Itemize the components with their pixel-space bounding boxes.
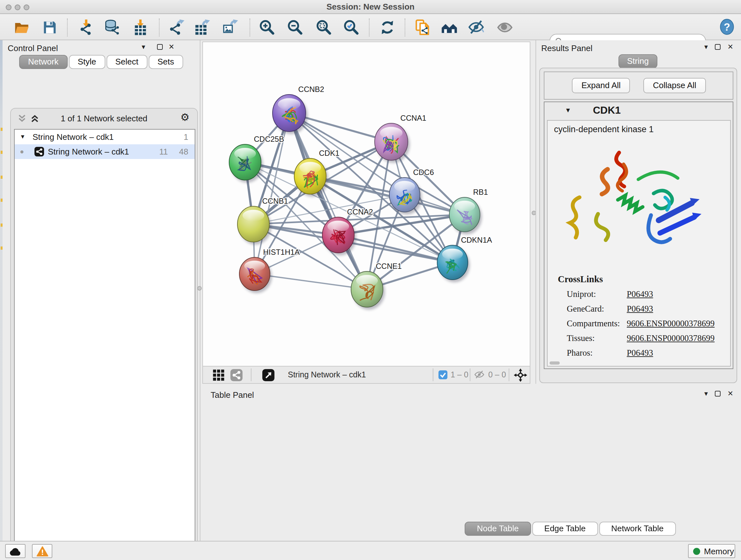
node-label-CDC6: CDC6 — [413, 168, 434, 177]
memory-button[interactable]: Memory — [688, 544, 735, 558]
warnings-button[interactable] — [32, 544, 52, 558]
maximize-panel-icon[interactable] — [157, 44, 163, 50]
crosslink-link[interactable]: 9606.ENSP00000378699 — [627, 333, 715, 344]
tab-node-table[interactable]: Node Table — [465, 522, 531, 536]
open-session-icon[interactable] — [13, 19, 31, 36]
toolbar-separator — [67, 18, 68, 37]
node-label-CCNB1: CCNB1 — [262, 197, 288, 205]
first-neighbors-icon[interactable] — [441, 19, 459, 36]
gear-icon[interactable]: ⚙ — [180, 112, 190, 123]
expand-all-button[interactable]: Expand All — [572, 78, 630, 93]
zoom-fit-icon[interactable] — [315, 19, 333, 36]
network-node-CCNA1[interactable]: CCNA1 — [375, 114, 426, 163]
tab-string[interactable]: String — [618, 54, 658, 68]
copy-network-icon[interactable] — [414, 19, 432, 36]
close-panel-icon[interactable]: ✕ — [728, 389, 733, 398]
status-bar: Memory — [0, 541, 741, 560]
table-tabs: Node TableEdge TableNetwork Table — [200, 522, 741, 536]
maximize-panel-icon[interactable] — [715, 44, 721, 50]
grid-view-icon[interactable] — [212, 369, 225, 381]
node-result-section: ▼ CDK1 cyclin-dependent kinase 1 — [544, 102, 733, 369]
node-label-RB1: RB1 — [473, 188, 488, 196]
network-node-CCNB1[interactable]: CCNB1 — [238, 197, 288, 245]
tab-select[interactable]: Select — [106, 55, 147, 69]
collection-count: 1 — [184, 130, 188, 144]
collection-disclosure-icon[interactable]: ▼ — [20, 130, 25, 144]
toolbar-separator — [433, 368, 433, 381]
tab-style[interactable]: Style — [69, 55, 105, 69]
section-disclosure-icon[interactable]: ▼ — [565, 107, 571, 114]
tab-network-table[interactable]: Network Table — [599, 522, 676, 536]
hidden-counts: 0 – 0 — [488, 370, 506, 379]
import-database-icon[interactable] — [104, 19, 122, 36]
results-panel-title: Results Panel — [541, 44, 592, 53]
crosslink-link[interactable]: P06493 — [627, 289, 653, 300]
birds-eye-view-icon[interactable] — [262, 369, 274, 381]
close-panel-icon[interactable]: ✕ — [169, 43, 174, 51]
tab-network[interactable]: Network — [19, 55, 67, 69]
network-node-CCNB2[interactable]: CCNB2 — [273, 85, 324, 134]
maximize-panel-icon[interactable] — [715, 391, 721, 396]
crosslink-link[interactable]: P06493 — [627, 304, 653, 314]
network-node-CDKN1A[interactable]: CDKN1A — [437, 236, 492, 282]
tab-sets[interactable]: Sets — [148, 55, 183, 69]
refresh-icon[interactable] — [379, 19, 397, 36]
crosslink-row: GeneCard: P06493 — [548, 304, 731, 319]
network-name: String Network – cdk1 — [288, 370, 366, 379]
help-icon[interactable]: ? — [719, 18, 737, 35]
toolbar-separator — [509, 368, 509, 381]
svg-text:?: ? — [724, 21, 730, 33]
network-collection-row[interactable]: ▼ String Network – cdk1 1 — [15, 130, 195, 144]
node-label-CDKN1A: CDKN1A — [461, 236, 492, 244]
network-icon — [35, 147, 44, 157]
network-node-RB1[interactable]: RB1 — [449, 188, 488, 234]
node-result-body: cyclin-dependent kinase 1 CrossLinks — [547, 120, 731, 367]
current-network-dot-icon: ● — [20, 144, 24, 159]
selected-counts: 1 – 0 — [451, 370, 468, 379]
splitter-handle[interactable] — [197, 286, 202, 291]
close-panel-icon[interactable]: ✕ — [728, 43, 733, 51]
collapse-all-button[interactable]: Collapse All — [643, 78, 706, 93]
crosslink-link[interactable]: P06493 — [627, 348, 653, 358]
cloud-button[interactable] — [5, 544, 25, 558]
save-session-icon[interactable] — [42, 19, 59, 36]
network-list-box: 1 of 1 Network selected ⚙ ▼ String Netwo… — [10, 108, 198, 560]
hide-selected-icon[interactable] — [468, 19, 486, 36]
crosslink-label: Compartments: — [567, 319, 620, 329]
float-panel-icon[interactable]: ▾ — [142, 43, 145, 51]
import-table-icon[interactable] — [132, 19, 150, 36]
export-network-icon[interactable] — [169, 19, 186, 36]
selected-checkbox-icon[interactable] — [439, 370, 448, 379]
network-canvas[interactable]: CCNB2 CCNA1 CDC25B CDK1 CDC6 RB1 CCNB1 — [202, 42, 530, 367]
export-image-icon[interactable] — [222, 19, 240, 36]
zoom-out-icon[interactable] — [286, 19, 305, 36]
network-edge-CCNB2-CCNE1 — [289, 113, 367, 289]
zoom-selected-icon[interactable] — [343, 19, 360, 36]
network-view-icon[interactable] — [230, 369, 243, 381]
network-label: String Network – cdk1 — [48, 144, 129, 159]
horizontal-scrollbar[interactable] — [549, 361, 560, 365]
node-count: 11 — [159, 144, 168, 159]
collection-label: String Network – cdk1 — [32, 130, 114, 144]
crosslink-link[interactable]: 9606.ENSP00000378699 — [627, 319, 715, 329]
node-label-CCNA1: CCNA1 — [401, 114, 426, 122]
graphics-details-icon[interactable] — [496, 19, 515, 36]
crosslink-row: Tissues: 9606.ENSP00000378699 — [548, 333, 731, 348]
cloud-icon — [9, 547, 22, 556]
float-panel-icon[interactable]: ▾ — [704, 43, 708, 51]
pan-move-icon[interactable] — [514, 368, 527, 382]
edge-count: 48 — [179, 144, 188, 159]
export-table-icon[interactable] — [194, 19, 212, 36]
node-label-CDK1: CDK1 — [319, 149, 340, 158]
tab-edge-table[interactable]: Edge Table — [532, 522, 598, 536]
crosslink-label: Tissues: — [567, 333, 595, 344]
float-panel-icon[interactable]: ▾ — [704, 389, 708, 398]
control-panel-tabs: NetworkStyleSelectSets — [19, 55, 185, 69]
network-node-HIST1H1A[interactable]: HIST1H1A — [239, 248, 300, 293]
node-label-CDC25B: CDC25B — [254, 135, 284, 143]
network-row[interactable]: ● String Network – cdk1 11 48 — [15, 144, 195, 159]
crosslink-label: Uniprot: — [567, 289, 596, 300]
import-network-icon[interactable] — [78, 19, 96, 36]
network-selection-status: 1 of 1 Network selected — [11, 114, 197, 123]
zoom-in-icon[interactable] — [259, 19, 276, 36]
